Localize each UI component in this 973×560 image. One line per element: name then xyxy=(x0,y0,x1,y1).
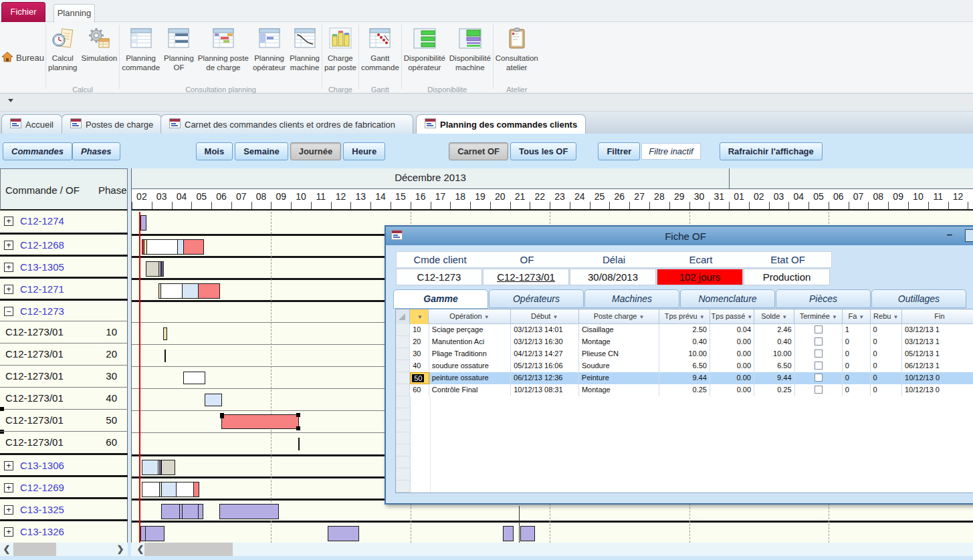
expand-icon[interactable]: + xyxy=(4,217,13,226)
operation-row-20[interactable]: 20Manutention Aci03/12/13 16:30Montage0.… xyxy=(396,336,973,348)
filter-dropdown-icon[interactable]: ▼ xyxy=(484,314,490,320)
gantt-bar[interactable] xyxy=(503,526,514,541)
zoom-journée[interactable]: Journée xyxy=(290,142,342,160)
view-toggle-commandes[interactable]: Commandes xyxy=(3,142,72,160)
of-link[interactable]: C12-1273/01 xyxy=(483,269,569,285)
phase-row-30[interactable]: C12-1273/0130 xyxy=(0,365,128,387)
order-row-c12-1273[interactable]: −C12-1273 xyxy=(0,299,128,321)
document-tab-accueil[interactable]: Accueil xyxy=(1,114,62,134)
filter-dropdown-icon[interactable]: ▼ xyxy=(747,314,752,320)
filter-dropdown-icon[interactable]: ▼ xyxy=(893,314,898,320)
checkbox-icon[interactable] xyxy=(815,337,823,345)
zoom-heure[interactable]: Heure xyxy=(343,142,385,160)
document-tab-planning-des-commandes[interactable]: Planning des commandes clients xyxy=(416,114,586,134)
operation-row-60[interactable]: 60Contrôle Final10/12/13 08:31Montage0.2… xyxy=(396,384,973,396)
expand-icon[interactable]: + xyxy=(4,527,13,537)
expand-icon[interactable]: + xyxy=(4,483,13,493)
order-row-c13-1305[interactable]: +C13-1305 xyxy=(0,255,128,277)
gantt-bar[interactable] xyxy=(158,283,220,299)
operation-row-50[interactable]: 50peinture ossature06/12/13 12:36Peintur… xyxy=(396,372,973,384)
ribbon-button-calcul-planning[interactable]: Calcul planning xyxy=(46,24,79,86)
order-row-c12-1274[interactable]: +C12-1274 xyxy=(0,211,128,233)
ribbon-button-gantt-commande[interactable]: Gantt commande xyxy=(359,24,401,86)
grid-column-header-num[interactable]: ▼ xyxy=(410,309,429,324)
ribbon-button-charge-par-poste[interactable]: Charge par poste xyxy=(322,24,358,86)
zoom-mois[interactable]: Mois xyxy=(196,142,233,160)
operation-row-10[interactable]: 10Sciage perçage03/12/13 14:01Cisaillage… xyxy=(396,324,973,336)
scrollbar-thumb[interactable] xyxy=(13,543,56,556)
expand-icon[interactable]: + xyxy=(4,263,13,272)
checkbox-icon[interactable] xyxy=(815,386,823,394)
scroll-left-icon[interactable]: ❮ xyxy=(1,544,12,555)
ribbon-button-planning-opérateur[interactable]: Planning opérateur xyxy=(251,24,288,86)
order-row-c13-1306[interactable]: +C13-1306 xyxy=(0,453,128,475)
expand-icon[interactable]: + xyxy=(4,241,13,250)
operation-row-40[interactable]: 40soudure ossature05/12/13 16:06Soudure6… xyxy=(396,360,973,372)
dialog-tab-gamme[interactable]: Gamme xyxy=(393,289,488,309)
grid-column-header-poste[interactable]: Poste charge▼ xyxy=(579,309,660,324)
ribbon-button-consultation-atelier[interactable]: Consultation atelier xyxy=(494,24,540,86)
minimize-icon[interactable]: – xyxy=(942,229,957,242)
selection-handle[interactable] xyxy=(296,426,300,430)
expand-icon[interactable]: + xyxy=(4,461,13,470)
phase-row-40[interactable]: C12-1273/0140 xyxy=(0,387,128,409)
of-filter-carnet-of[interactable]: Carnet OF xyxy=(449,142,508,160)
ribbon-button-planning-commande[interactable]: Planning commande xyxy=(120,24,162,86)
operation-row-30[interactable]: 30Pliage Traditionn04/12/13 14:27Plieuse… xyxy=(396,348,973,360)
order-row-c13-1325[interactable]: +C13-1325 xyxy=(0,497,128,519)
gantt-bar[interactable] xyxy=(163,327,167,340)
filter-dropdown-icon[interactable]: ▼ xyxy=(832,314,837,320)
ribbon-button-planning-machine[interactable]: Planning machine xyxy=(288,24,322,86)
dialog-tab-outillages[interactable]: Outillages xyxy=(871,289,966,308)
checkbox-icon[interactable] xyxy=(815,349,823,358)
checkbox-icon[interactable] xyxy=(815,362,823,370)
selection-handle[interactable] xyxy=(220,414,224,418)
terminee-checkbox[interactable] xyxy=(795,384,843,396)
grid-column-header-tps_passe[interactable]: Tps passé▼ xyxy=(710,309,754,324)
gantt-bar[interactable] xyxy=(146,261,164,277)
ribbon-button-simulation[interactable]: Simulation xyxy=(79,24,119,86)
phase-row-60[interactable]: C12-1273/0160 xyxy=(0,431,128,453)
order-row-c13-1326[interactable]: +C13-1326 xyxy=(0,519,128,541)
dialog-tab-pièces[interactable]: Pièces xyxy=(776,289,871,308)
gantt-bar[interactable] xyxy=(161,504,203,519)
terminee-checkbox[interactable] xyxy=(795,360,843,372)
gantt-bar[interactable] xyxy=(205,394,222,406)
collapse-icon[interactable]: − xyxy=(4,307,13,316)
maximize-icon[interactable] xyxy=(965,229,973,242)
gantt-bar[interactable] xyxy=(140,526,165,541)
ribbon-button-disponibilité-machine[interactable]: Disponibilité machine xyxy=(447,24,493,86)
grid-column-header-fa[interactable]: Fa▼ xyxy=(843,309,871,324)
grid-column-header-tps_prevu[interactable]: Tps prévu▼ xyxy=(659,309,710,324)
order-row-c12-1268[interactable]: +C12-1268 xyxy=(0,233,128,255)
terminee-checkbox[interactable] xyxy=(795,348,843,360)
document-tab-carnet-des-commandes[interactable]: Carnet des commandes clients et ordres d… xyxy=(160,114,413,134)
view-toggle-phases[interactable]: Phases xyxy=(72,142,120,160)
collapse-ribbon-icon[interactable] xyxy=(8,99,14,102)
checkbox-icon[interactable] xyxy=(815,325,823,333)
terminee-checkbox[interactable] xyxy=(795,372,843,384)
gantt-bar[interactable] xyxy=(219,504,279,519)
document-tab-postes-de-charge[interactable]: Postes de charge xyxy=(62,114,162,134)
gantt-bar[interactable] xyxy=(140,215,146,231)
gantt-bar[interactable] xyxy=(328,526,359,541)
bureau-button[interactable]: Bureau xyxy=(0,49,47,67)
filter-dropdown-icon[interactable]: ▼ xyxy=(782,314,787,320)
milestone-tick[interactable] xyxy=(165,349,166,362)
ribbon-button-planning-of[interactable]: Planning OF xyxy=(162,24,196,86)
grid-column-header-solde[interactable]: Solde▼ xyxy=(754,309,794,324)
gantt-bar[interactable] xyxy=(142,239,204,255)
filter-dropdown-icon[interactable]: ▼ xyxy=(552,314,558,320)
grid-column-header-debut[interactable]: Début▼ xyxy=(511,309,579,324)
refresh-display-button[interactable]: Rafraichir l'affichage xyxy=(720,142,823,160)
checkbox-icon[interactable] xyxy=(815,374,823,382)
terminee-checkbox[interactable] xyxy=(795,336,843,348)
grid-column-header-rebu[interactable]: Rebu▼ xyxy=(871,309,902,324)
grid-column-header-terminee[interactable]: Terminée▼ xyxy=(794,309,843,324)
dialog-tab-opérateurs[interactable]: Opérateurs xyxy=(489,289,584,308)
phase-row-10[interactable]: C12-1273/0110 xyxy=(0,321,128,343)
gantt-bar[interactable] xyxy=(142,460,175,475)
filter-dropdown-icon[interactable]: ▼ xyxy=(639,314,644,320)
dialog-tab-machines[interactable]: Machines xyxy=(584,289,679,308)
tab-planning[interactable]: Planning xyxy=(53,4,95,23)
